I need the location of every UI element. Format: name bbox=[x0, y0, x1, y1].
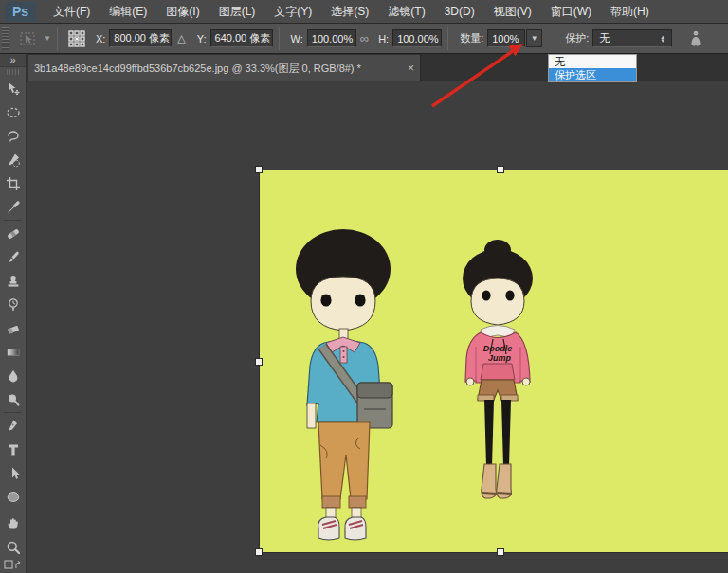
chevron-down-icon: ▼ bbox=[531, 34, 538, 43]
updown-arrows-icon: ▲▼ bbox=[660, 35, 665, 43]
menu-image[interactable]: 图像(I) bbox=[156, 0, 209, 24]
y-value: 640.00 像素 bbox=[215, 31, 271, 45]
move-tool[interactable] bbox=[0, 77, 27, 100]
transform-tool-icon bbox=[18, 30, 41, 47]
close-icon[interactable]: × bbox=[408, 62, 414, 75]
history-brush-tool[interactable] bbox=[0, 293, 27, 316]
protect-selected-value: 无 bbox=[599, 31, 610, 45]
menu-3d[interactable]: 3D(D) bbox=[435, 0, 484, 24]
protect-select[interactable]: 无 ▲▼ bbox=[592, 29, 672, 47]
gradient-tool[interactable] bbox=[0, 340, 27, 364]
protect-option-none[interactable]: 无 bbox=[549, 55, 636, 68]
transform-handle-middle-left[interactable] bbox=[255, 358, 263, 366]
menu-filter[interactable]: 滤镜(T) bbox=[378, 0, 434, 24]
y-input[interactable]: 640.00 像素 bbox=[210, 29, 273, 47]
amount-value: 100% bbox=[492, 33, 519, 45]
blur-tool[interactable] bbox=[0, 364, 27, 387]
hoodie-text-line1: Doodle bbox=[483, 344, 513, 353]
menu-bar: Ps 文件(F) 编辑(E) 图像(I) 图层(L) 文字(Y) 选择(S) 滤… bbox=[0, 0, 728, 24]
crop-tool[interactable] bbox=[0, 171, 27, 195]
height-input[interactable]: 100.00% bbox=[392, 29, 442, 47]
eraser-tool[interactable] bbox=[0, 316, 27, 340]
hand-tool[interactable] bbox=[0, 511, 27, 535]
tool-preset-picker[interactable]: ▼ bbox=[18, 30, 51, 47]
amount-dropdown-button[interactable]: ▼ bbox=[526, 29, 542, 47]
eyedropper-tool[interactable] bbox=[0, 195, 27, 219]
menu-edit[interactable]: 编辑(E) bbox=[100, 0, 156, 24]
clone-stamp-tool[interactable] bbox=[0, 269, 27, 293]
protect-label: 保护: bbox=[565, 31, 589, 45]
menu-window[interactable]: 窗口(W) bbox=[541, 0, 601, 24]
photoshop-window: Ps 文件(F) 编辑(E) 图像(I) 图层(L) 文字(Y) 选择(S) 滤… bbox=[0, 0, 728, 573]
divider bbox=[279, 27, 280, 50]
marquee-tool[interactable] bbox=[0, 100, 27, 124]
shape-tool[interactable] bbox=[0, 485, 27, 509]
document-image[interactable]: Doodle Jump bbox=[260, 170, 728, 552]
y-label: Y: bbox=[197, 33, 207, 45]
divider bbox=[57, 27, 58, 50]
document-title: 3b1a48e89ce14cd99ffbd536b7cb625e.jpg @ 3… bbox=[34, 62, 402, 76]
divider bbox=[4, 220, 22, 221]
options-bar: ▼ X: 800.00 像素 △ Y: 640.00 像素 W: 100.00%… bbox=[0, 24, 728, 54]
document-tab[interactable]: 3b1a48e89ce14cd99ffbd536b7cb625e.jpg @ 3… bbox=[28, 55, 421, 81]
x-label: X: bbox=[96, 33, 105, 45]
x-input[interactable]: 800.00 像素 bbox=[109, 29, 172, 47]
options-bar-grip[interactable] bbox=[2, 27, 9, 50]
divider bbox=[4, 510, 22, 510]
path-select-tool[interactable] bbox=[0, 461, 27, 485]
divider bbox=[447, 27, 448, 50]
maintain-aspect-ratio-icon[interactable]: ∞ bbox=[360, 31, 369, 45]
x-value: 800.00 像素 bbox=[114, 31, 170, 45]
quick-select-tool[interactable] bbox=[0, 148, 27, 171]
person-icon bbox=[689, 30, 702, 46]
protect-option-selection[interactable]: 保护选区 bbox=[549, 68, 636, 81]
menu-type[interactable]: 文字(Y) bbox=[264, 0, 321, 24]
boy-figure bbox=[296, 229, 392, 540]
amount-input[interactable]: 100% bbox=[487, 29, 525, 47]
divider bbox=[4, 412, 22, 413]
dodge-tool[interactable] bbox=[0, 387, 27, 411]
amount-label: 数量: bbox=[460, 31, 483, 45]
menu-layer[interactable]: 图层(L) bbox=[209, 0, 265, 24]
protect-dropdown-menu: 无 保护选区 bbox=[548, 54, 637, 82]
hoodie-text-line2: Jump bbox=[488, 353, 512, 363]
girl-figure: Doodle Jump bbox=[463, 240, 533, 498]
screen-mode-icons[interactable] bbox=[0, 559, 27, 572]
width-input[interactable]: 100.00% bbox=[307, 29, 356, 47]
relative-positioning-button[interactable]: △ bbox=[177, 32, 185, 45]
transform-handle-bottom-left[interactable] bbox=[255, 548, 263, 556]
type-tool[interactable] bbox=[0, 438, 27, 461]
collapse-panel-button[interactable]: » bbox=[0, 54, 26, 67]
height-value: 100.00% bbox=[397, 33, 438, 45]
transform-handle-top-center[interactable] bbox=[497, 166, 504, 173]
menu-help[interactable]: 帮助(H) bbox=[601, 0, 659, 24]
cartoon-artwork: Doodle Jump bbox=[260, 170, 728, 552]
zoom-tool[interactable] bbox=[0, 535, 27, 559]
transform-handle-bottom-center[interactable] bbox=[497, 548, 504, 556]
menu-view[interactable]: 视图(V) bbox=[484, 0, 541, 24]
menu-file[interactable]: 文件(F) bbox=[44, 0, 100, 24]
tools-panel: » bbox=[0, 54, 27, 573]
pen-tool[interactable] bbox=[0, 414, 27, 438]
height-label: H: bbox=[378, 33, 389, 45]
spot-healing-tool[interactable] bbox=[0, 222, 27, 245]
width-label: W: bbox=[291, 33, 303, 45]
menu-select[interactable]: 选择(S) bbox=[321, 0, 378, 24]
lasso-tool[interactable] bbox=[0, 124, 27, 148]
transform-handle-top-left[interactable] bbox=[255, 166, 263, 173]
width-value: 100.00% bbox=[312, 33, 353, 45]
panel-grip bbox=[7, 69, 19, 75]
reference-point-locator[interactable] bbox=[67, 29, 86, 48]
brush-tool[interactable] bbox=[0, 245, 27, 269]
reference-grid-icon bbox=[67, 29, 86, 48]
chevron-down-icon: ▼ bbox=[44, 34, 51, 43]
app-logo[interactable]: Ps bbox=[5, 2, 36, 22]
canvas-area[interactable]: Doodle Jump bbox=[27, 81, 728, 573]
protect-skin-tones-button[interactable] bbox=[689, 30, 702, 46]
